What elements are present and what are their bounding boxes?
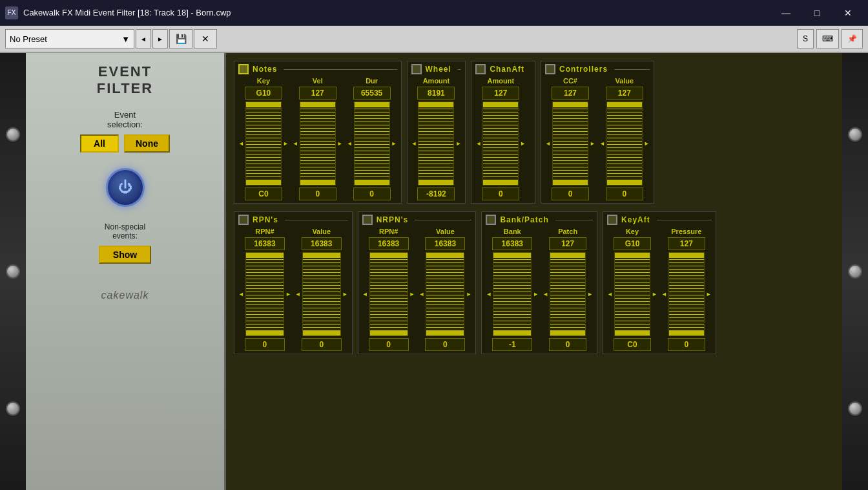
power-icon: ⏻	[118, 179, 132, 196]
bankpatch-bank-label: Bank	[504, 228, 521, 235]
close-window-button[interactable]: ✕	[833, 3, 863, 23]
wheel-section: Wheel Amount 8191 ◄ ►	[407, 61, 466, 204]
keyaft-pressure-column: Pressure 127 ◄ ► 0	[661, 228, 712, 351]
wheel-divider	[458, 69, 462, 70]
nrpns-checkbox[interactable]	[362, 215, 373, 225]
preset-dropdown[interactable]: No Preset ▼	[5, 29, 134, 48]
keyaft-key-bottom-value: C0	[614, 338, 651, 351]
nrpns-value-right-arrow: ►	[466, 291, 471, 297]
notes-columns: Key G10 ◄ ► C0	[238, 77, 397, 200]
minimize-button[interactable]: —	[771, 3, 801, 23]
nrpns-rpn-top-thumb	[370, 253, 408, 258]
keyaft-key-top-value: G10	[614, 237, 651, 250]
chanaft-checkbox[interactable]	[475, 64, 486, 74]
screw-tr	[848, 127, 862, 142]
nrpns-value-slider[interactable]	[426, 252, 464, 336]
controllers-value-top-value: 127	[606, 87, 643, 100]
notes-key-bottom-value: C0	[245, 187, 282, 200]
keyaft-header: KeyAft	[607, 215, 712, 225]
nrpns-value-left-arrow: ◄	[419, 291, 425, 297]
bankpatch-patch-bottom-thumb	[550, 330, 585, 336]
power-button[interactable]: ⏻	[106, 168, 145, 207]
keyaft-section: KeyAft Key G10 ◄ ►	[603, 211, 716, 354]
notes-dur-slider[interactable]	[354, 101, 390, 186]
keyaft-pressure-bottom-value: 0	[668, 338, 705, 351]
notes-dur-right-arrow: ►	[391, 140, 397, 147]
chanaft-title: ChanAft	[490, 65, 524, 74]
chanaft-amount-label: Amount	[488, 77, 515, 85]
rpns-rpn-bottom-value: 0	[245, 338, 285, 351]
bankpatch-header: Bank/Patch	[486, 215, 593, 225]
keyaft-key-label: Key	[626, 228, 639, 235]
rpns-rpn-right-arrow: ►	[285, 291, 291, 297]
wheel-amount-top-thumb	[418, 102, 453, 107]
controllers-value-slider[interactable]	[606, 101, 643, 186]
power-button-area: ⏻	[106, 168, 145, 207]
controllers-checkbox[interactable]	[545, 64, 555, 74]
rpns-value-slider[interactable]	[302, 252, 341, 336]
none-button[interactable]: None	[124, 134, 170, 153]
notes-dur-left-arrow: ◄	[347, 140, 353, 147]
bankpatch-patch-top-thumb	[550, 253, 585, 258]
plugin-title-line2: FILTER	[97, 80, 153, 97]
notes-vel-slider[interactable]	[300, 101, 336, 186]
bankpatch-bank-slider[interactable]	[493, 252, 532, 336]
restore-button[interactable]: □	[802, 3, 832, 23]
rpns-checkbox[interactable]	[238, 215, 249, 225]
bankpatch-patch-top-value: 127	[549, 237, 586, 250]
notes-key-bottom-thumb	[246, 180, 281, 185]
keyaft-pressure-label: Pressure	[671, 228, 701, 235]
notes-divider	[284, 69, 397, 70]
preset-prev-button[interactable]: ◄	[136, 29, 151, 48]
preset-value: No Preset	[10, 34, 47, 44]
keyaft-key-slider[interactable]	[614, 252, 650, 336]
chanaft-header: ChanAft	[475, 64, 531, 74]
right-side-rail	[842, 53, 868, 490]
show-button[interactable]: Show	[99, 246, 151, 264]
controllers-value-bottom-value: 0	[606, 187, 643, 200]
rpns-value-label: Value	[312, 228, 331, 235]
x-icon: ✕	[202, 34, 209, 44]
wheel-checkbox[interactable]	[411, 64, 422, 74]
rpns-value-bottom-value: 0	[302, 338, 342, 351]
notes-checkbox[interactable]	[238, 64, 249, 74]
all-button[interactable]: All	[80, 134, 119, 153]
wheel-title: Wheel	[426, 65, 451, 74]
controllers-cc-slider[interactable]	[552, 101, 588, 186]
nrpns-rpn-slider[interactable]	[369, 252, 408, 336]
preset-close-button[interactable]: ✕	[194, 29, 217, 48]
keyaft-checkbox[interactable]	[607, 215, 617, 225]
bankpatch-patch-left-arrow: ◄	[542, 291, 548, 297]
controllers-value-left-arrow: ◄	[599, 140, 605, 147]
nrpns-rpn-right-arrow: ►	[409, 291, 415, 297]
rpns-rpn-slider[interactable]	[245, 252, 284, 336]
nrpns-rpn-left-arrow: ◄	[362, 291, 368, 297]
notes-key-label: Key	[257, 77, 270, 85]
bankpatch-patch-slider[interactable]	[550, 252, 586, 336]
preset-save-button[interactable]: 💾	[169, 29, 192, 48]
controllers-title: Controllers	[559, 65, 608, 74]
notes-vel-column: Vel 127 ◄ ► 0	[293, 77, 343, 200]
notes-key-slider[interactable]	[245, 101, 282, 186]
left-panel: EVENT FILTER Eventselection: All None ⏻ …	[26, 53, 226, 490]
title-bar: FX Cakewalk FX Midi Event Filter [18: Tr…	[0, 0, 868, 26]
notes-vel-bottom-thumb	[300, 180, 335, 185]
wheel-amount-slider[interactable]	[418, 101, 454, 186]
keyaft-pressure-slider[interactable]	[668, 252, 705, 336]
keyboard-button[interactable]: ⌨	[816, 29, 839, 48]
main-content: Notes Key G10 ◄ ►	[226, 53, 842, 490]
bankpatch-checkbox[interactable]	[486, 215, 496, 225]
controllers-value-bottom-thumb	[607, 180, 642, 185]
notes-dur-top-value: 65535	[353, 87, 391, 100]
bankpatch-bank-bottom-thumb	[493, 330, 531, 336]
title-bar-text: Cakewalk FX Midi Event Filter [18: Track…	[23, 8, 771, 17]
chanaft-amount-slider[interactable]	[482, 101, 519, 186]
nrpns-section: NRPN's RPN# 16383 ◄ ►	[358, 211, 477, 354]
rpns-section: RPN's RPN# 16383 ◄ ►	[234, 211, 353, 354]
pin-button[interactable]: 📌	[842, 29, 863, 48]
bankpatch-patch-column: Patch 127 ◄ ► 0	[542, 228, 593, 351]
s-button[interactable]: S	[797, 29, 814, 48]
rpns-rpn-top-value: 16383	[245, 237, 285, 250]
preset-next-button[interactable]: ►	[152, 29, 168, 48]
rpns-value-left-arrow: ◄	[295, 291, 301, 297]
